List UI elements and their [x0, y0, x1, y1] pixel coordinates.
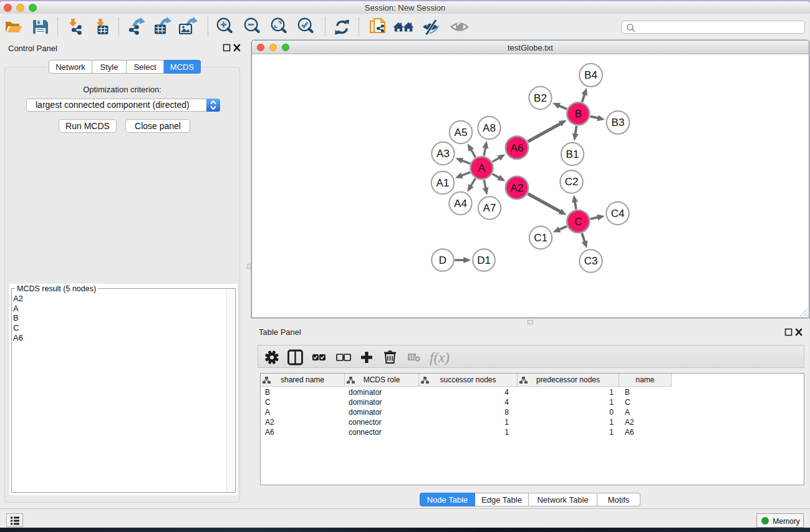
svg-text:C2: C2: [565, 176, 579, 188]
svg-text:A7: A7: [483, 202, 496, 214]
svg-text:A: A: [478, 162, 486, 174]
svg-text:A2: A2: [511, 182, 524, 194]
svg-text:B: B: [575, 108, 582, 120]
svg-text:B1: B1: [566, 148, 579, 160]
svg-text:A4: A4: [454, 198, 467, 210]
svg-text:D: D: [439, 254, 446, 266]
svg-text:B3: B3: [612, 117, 625, 128]
svg-text:A6: A6: [511, 142, 524, 154]
svg-text:B2: B2: [534, 92, 547, 104]
svg-text:A1: A1: [436, 177, 450, 189]
svg-text:f(x): f(x): [430, 350, 450, 365]
svg-text:A5: A5: [455, 127, 468, 138]
svg-text:A3: A3: [436, 148, 450, 160]
svg-text:C3: C3: [584, 255, 598, 267]
svg-text:C4: C4: [611, 208, 625, 220]
svg-text:C: C: [574, 216, 582, 228]
svg-text:C1: C1: [534, 232, 547, 244]
svg-text:B4: B4: [584, 69, 597, 81]
svg-text:D1: D1: [477, 254, 491, 266]
svg-text:A8: A8: [483, 122, 496, 134]
